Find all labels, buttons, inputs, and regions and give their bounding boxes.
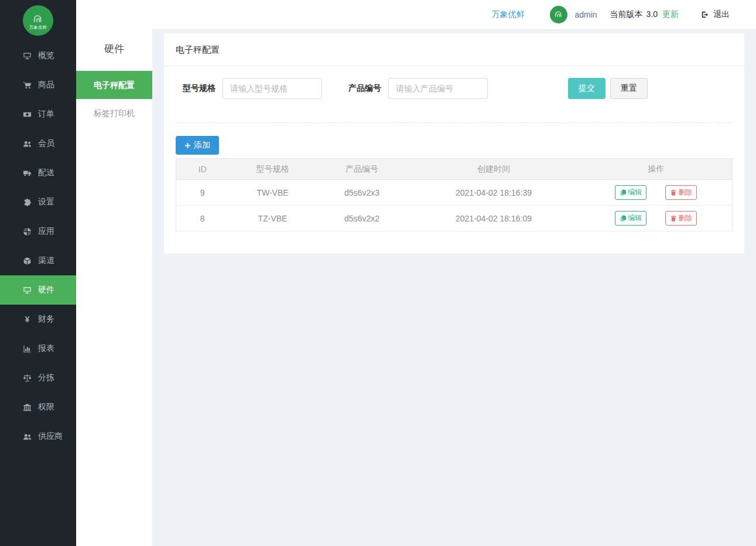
submit-button[interactable]: 提交 [568,78,606,99]
update-link[interactable]: 更新 [662,9,679,20]
store-link[interactable]: 万象优鲜 [491,9,524,20]
subnav-items: 电子秤配置 标签打印机 [76,71,152,127]
add-button[interactable]: 添加 [176,136,219,155]
col-header-id: ID [176,159,229,180]
sidebar-item-apps[interactable]: 应用 [0,217,76,246]
table-header-row: ID 型号规格 产品编号 创建时间 操作 [176,159,733,180]
scale-icon [22,373,32,383]
sidebar-item-label: 权限 [38,402,54,412]
app-logo: 万象优鲜 [0,0,76,41]
avatar-elephant-icon [553,10,565,19]
code-input[interactable] [388,78,488,99]
subnav-item-label-printer[interactable]: 标签打印机 [76,99,152,127]
logo-text: 万象优鲜 [29,25,47,30]
users-icon [22,432,32,441]
model-input[interactable] [223,78,322,99]
workspace: 电子秤配置 型号规格 产品编号 提交 重置 添加 [152,30,756,546]
subnav-item-scale-config[interactable]: 电子秤配置 [76,71,152,99]
copy-icon [620,215,627,222]
sidebar-item-overview[interactable]: 概览 [0,41,76,70]
sidebar-item-reports[interactable]: 报表 [0,334,76,363]
monitor-icon [22,285,32,295]
add-button-label: 添加 [194,140,210,151]
table-body: 9 TW-VBE d5s6v2x3 2021-04-02 18:16:39 编辑 [176,180,733,231]
sidebar-item-label: 财务 [38,314,54,325]
col-header-code: 产品编号 [317,159,408,180]
reset-button[interactable]: 重置 [610,78,648,99]
subnav-title: 硬件 [76,42,152,56]
users-icon [22,139,32,148]
sidebar-item-label: 硬件 [38,285,54,295]
truck-icon [22,168,32,178]
money-icon [22,110,32,119]
sidebar-item-label: 设置 [38,197,54,207]
monitor-icon [22,51,32,60]
cell-actions: 编辑 删除 [580,206,733,231]
page-title: 电子秤配置 [164,33,744,66]
sidebar-item-label: 商品 [38,80,54,90]
user-avatar[interactable] [550,6,567,23]
sidebar-item-label: 分拣 [38,373,54,383]
edit-button[interactable]: 编辑 [615,185,646,200]
secondary-sidebar: 硬件 电子秤配置 标签打印机 [76,0,152,546]
scale-config-card: 电子秤配置 型号规格 产品编号 提交 重置 添加 [164,33,744,254]
sidebar-item-members[interactable]: 会员 [0,129,76,158]
sidebar-item-finance[interactable]: ¥ 财务 [0,305,76,334]
sidebar-item-channels[interactable]: 渠道 [0,246,76,275]
cart-icon [22,80,32,90]
sidebar-item-label: 订单 [38,109,54,120]
col-header-model: 型号规格 [229,159,317,180]
delete-button[interactable]: 删除 [665,211,697,226]
sidebar-item-delivery[interactable]: 配送 [0,158,76,187]
sidebar-item-suppliers[interactable]: 供应商 [0,422,76,451]
brand-elephant-icon: 万象优鲜 [23,5,53,36]
cell-id: 8 [176,206,229,231]
cell-code: d5s6v2x2 [317,206,408,231]
sidebar-item-label: 配送 [38,168,54,178]
toolbar: 添加 [176,136,733,155]
sidebar-item-label: 会员 [38,138,54,149]
cell-id: 9 [176,180,229,206]
sidebar-item-label: 应用 [38,226,54,237]
trash-icon [670,189,677,196]
sidebar: 万象优鲜 概览 商品 订单 [0,0,76,546]
sidebar-item-label: 概览 [38,50,54,61]
logout-label: 退出 [713,9,730,20]
delete-button[interactable]: 删除 [665,185,697,200]
logout-button[interactable]: 退出 [701,9,730,20]
chart-icon [22,344,32,353]
topbar: 万象优鲜 admin 当前版本3.0 更新 退出 [152,0,756,30]
version-text: 当前版本3.0 [610,9,658,20]
sidebar-item-permissions[interactable]: 权限 [0,393,76,422]
model-label: 型号规格 [183,83,215,94]
cell-created: 2021-04-02 18:16:09 [408,206,580,231]
table-row: 8 TZ-VBE d5s6v2x2 2021-04-02 18:16:09 编辑 [176,206,733,231]
col-header-actions: 操作 [580,159,733,180]
puzzle-icon [22,197,32,207]
sidebar-item-hardware[interactable]: 硬件 [0,275,76,305]
main-column: 万象优鲜 admin 当前版本3.0 更新 退出 电子秤配置 型号规格 产品编号 [152,0,756,546]
yen-icon: ¥ [22,315,32,324]
username: admin [574,10,597,19]
plus-icon [184,142,191,149]
sidebar-item-label: 供应商 [38,431,63,442]
bank-icon [22,402,32,412]
sidebar-item-goods[interactable]: 商品 [0,70,76,100]
cell-created: 2021-04-02 18:16:39 [408,180,580,206]
filter-buttons: 提交 重置 [568,78,648,99]
edit-button[interactable]: 编辑 [615,211,646,226]
col-header-created: 创建时间 [408,159,580,180]
cell-code: d5s6v2x3 [317,180,408,206]
sidebar-nav: 概览 商品 订单 会员 配送 [0,41,76,451]
sidebar-item-label: 报表 [38,343,54,354]
copy-icon [620,189,627,196]
filter-bar: 型号规格 产品编号 提交 重置 [176,66,733,123]
table-row: 9 TW-VBE d5s6v2x3 2021-04-02 18:16:39 编辑 [176,180,733,206]
cell-model: TZ-VBE [229,206,317,231]
sidebar-item-sorting[interactable]: 分拣 [0,363,76,393]
code-label: 产品编号 [348,83,381,94]
version-number: 3.0 [646,9,658,19]
sidebar-item-settings[interactable]: 设置 [0,187,76,217]
sidebar-item-orders[interactable]: 订单 [0,100,76,129]
cell-actions: 编辑 删除 [580,180,733,206]
